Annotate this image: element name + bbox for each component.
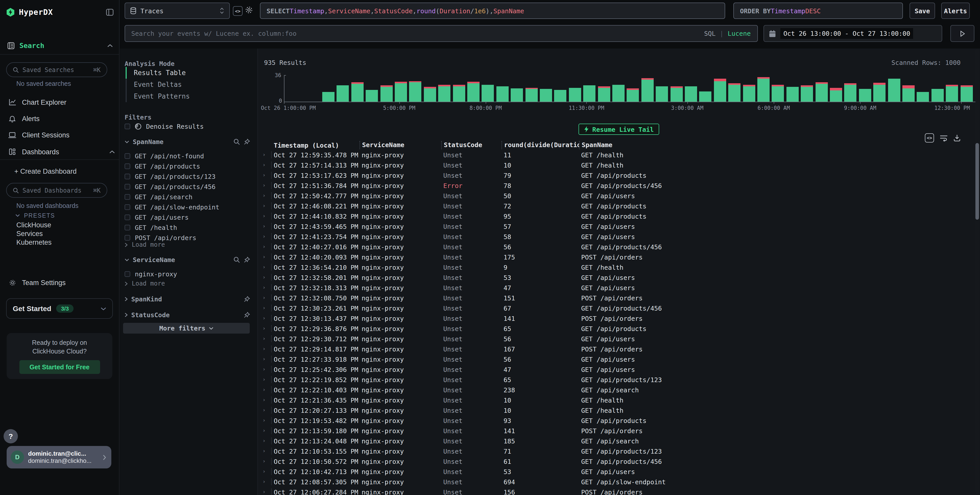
histogram-bar[interactable] <box>496 86 509 102</box>
sidebar-item-team-settings[interactable]: Team Settings <box>8 276 115 289</box>
histogram-bar[interactable] <box>366 90 378 102</box>
table-row[interactable]: ›Oct 27 12:44:10.832 PMnginx-proxyUnset9… <box>261 211 975 221</box>
filter-checkbox-item[interactable]: GET /api/products/456 <box>125 181 253 191</box>
histogram-bar[interactable] <box>902 85 915 102</box>
histogram-bar[interactable] <box>699 91 712 102</box>
analysis-mode-option[interactable]: Event Patterns <box>126 91 253 102</box>
column-header[interactable]: SpanName <box>579 141 975 149</box>
table-row[interactable]: ›Oct 27 12:21:36.435 PMnginx-proxyUnset1… <box>261 395 975 405</box>
row-expand-icon[interactable]: › <box>261 172 272 179</box>
row-expand-icon[interactable]: › <box>261 458 272 465</box>
histogram-bar[interactable] <box>438 85 450 102</box>
table-row[interactable]: ›Oct 27 12:29:36.876 PMnginx-proxyUnset6… <box>261 323 975 334</box>
row-expand-icon[interactable]: › <box>261 233 272 240</box>
histogram-bar[interactable] <box>656 86 668 102</box>
histogram-bar[interactable] <box>960 85 973 102</box>
table-row[interactable]: ›Oct 27 12:51:36.784 PMnginx-proxyError7… <box>261 180 975 191</box>
row-expand-icon[interactable]: › <box>261 376 272 383</box>
histogram-bar[interactable] <box>380 85 393 102</box>
histogram-bar[interactable] <box>772 85 784 102</box>
table-row[interactable]: ›Oct 27 12:10:42.713 PMnginx-proxyUnset5… <box>261 466 975 477</box>
histogram-bar[interactable] <box>670 86 682 102</box>
sidebar-item-alerts[interactable]: Alerts <box>8 112 115 125</box>
row-expand-icon[interactable]: › <box>261 264 272 271</box>
table-row[interactable]: ›Oct 27 12:32:18.313 PMnginx-proxyUnset4… <box>261 282 975 293</box>
histogram-bar[interactable] <box>946 85 958 102</box>
filter-search-icon[interactable] <box>233 256 240 263</box>
search-input[interactable] <box>125 30 704 37</box>
histogram-bar[interactable] <box>612 85 625 102</box>
filter-checkbox[interactable] <box>125 224 130 230</box>
histogram-bar[interactable] <box>511 88 523 102</box>
filter-checkbox[interactable] <box>125 194 130 199</box>
row-expand-icon[interactable]: › <box>261 417 272 424</box>
histogram-bar[interactable] <box>395 82 407 102</box>
alerts-button[interactable]: Alerts <box>941 3 970 19</box>
saved-searches-input[interactable]: Saved Searches ⌘K <box>6 62 107 77</box>
sidebar-collapse-icon[interactable] <box>106 8 114 16</box>
saved-dashboards-input[interactable]: Saved Dashboards ⌘K <box>6 183 107 198</box>
filter-checkbox[interactable] <box>125 163 130 169</box>
histogram-bar[interactable] <box>931 89 944 102</box>
row-expand-icon[interactable]: › <box>261 407 272 414</box>
table-row[interactable]: ›Oct 27 12:36:54.210 PMnginx-proxyUnset9… <box>261 262 975 272</box>
chevron-up-icon[interactable] <box>107 44 113 47</box>
source-settings-button[interactable] <box>245 6 253 14</box>
row-expand-icon[interactable]: › <box>261 396 272 404</box>
help-button[interactable]: ? <box>3 429 18 443</box>
table-row[interactable]: ›Oct 27 12:22:19.852 PMnginx-proxyUnset6… <box>261 374 975 385</box>
filter-search-icon[interactable] <box>233 138 240 145</box>
filter-checkbox[interactable] <box>125 214 130 220</box>
table-row[interactable]: ›Oct 27 12:19:53.482 PMnginx-proxyUnset9… <box>261 415 975 425</box>
pin-icon[interactable] <box>243 296 250 302</box>
row-expand-icon[interactable]: › <box>261 315 272 322</box>
column-header[interactable]: round(divide(Duration, <box>501 141 579 149</box>
row-expand-icon[interactable]: › <box>261 468 272 475</box>
row-expand-icon[interactable]: › <box>261 386 272 393</box>
pin-icon[interactable] <box>243 138 250 145</box>
preset-clickhouse[interactable]: ClickHouse <box>16 221 51 229</box>
table-row[interactable]: ›Oct 27 12:53:17.623 PMnginx-proxyUnset7… <box>261 170 975 180</box>
histogram-bar[interactable] <box>888 79 900 102</box>
histogram-bar[interactable] <box>322 92 334 102</box>
row-expand-icon[interactable]: › <box>261 151 272 158</box>
table-row[interactable]: ›Oct 27 12:06:27.284 PMnginx-proxyUnset1… <box>261 487 975 495</box>
row-expand-icon[interactable]: › <box>261 437 272 444</box>
denoise-checkbox[interactable] <box>125 124 130 129</box>
table-row[interactable]: ›Oct 27 12:29:14.817 PMnginx-proxyUnset1… <box>261 344 975 354</box>
histogram-bar[interactable] <box>409 81 422 102</box>
filter-checkbox[interactable] <box>125 184 130 189</box>
scrollbar-thumb[interactable] <box>975 143 979 220</box>
column-header[interactable]: ServiceName <box>360 141 441 149</box>
resume-live-tail-button[interactable]: Resume Live Tail <box>579 124 660 135</box>
denoise-results-option[interactable]: Denoise Results <box>125 123 253 130</box>
sidebar-item-dashboards[interactable]: Dashboards <box>8 146 115 158</box>
sidebar-item-client-sessions[interactable]: Client Sessions <box>8 129 115 141</box>
histogram-bar[interactable] <box>525 88 538 102</box>
table-row[interactable]: ›Oct 27 12:50:42.777 PMnginx-proxyUnset5… <box>261 191 975 201</box>
row-expand-icon[interactable]: › <box>261 304 272 312</box>
filter-checkbox-item[interactable]: GET /api/search <box>125 191 253 202</box>
pin-icon[interactable] <box>243 256 250 263</box>
filter-group-statuscode[interactable]: StatusCode <box>125 311 250 319</box>
get-started-free-button[interactable]: Get Started for Free <box>19 360 100 374</box>
filter-group-spankind[interactable]: SpanKind <box>125 295 250 303</box>
sidebar-item-search[interactable]: Search <box>7 40 113 51</box>
histogram-bar[interactable] <box>352 83 364 102</box>
table-row[interactable]: ›Oct 27 12:25:42.306 PMnginx-proxyUnset4… <box>261 364 975 374</box>
order-by-input[interactable]: ORDER BY Timestamp DESC <box>733 3 903 19</box>
analysis-mode-option[interactable]: Event Deltas <box>126 79 253 91</box>
histogram-bar[interactable] <box>845 83 857 102</box>
filter-checkbox-item[interactable]: GET /api/slow-endpoint <box>125 202 253 212</box>
histogram-bar[interactable] <box>583 85 595 102</box>
create-dashboard-link[interactable]: + Create Dashboard <box>14 167 76 175</box>
source-select[interactable]: Traces <box>125 3 230 19</box>
preset-services[interactable]: Services <box>16 230 43 237</box>
chevron-down-icon[interactable] <box>100 307 106 310</box>
save-button[interactable]: Save <box>910 3 935 19</box>
table-row[interactable]: ›Oct 27 12:27:33.918 PMnginx-proxyUnset5… <box>261 354 975 364</box>
histogram-bar[interactable] <box>815 83 827 102</box>
chevron-up-icon[interactable] <box>109 150 115 153</box>
date-range-picker[interactable]: Oct 26 13:00:00 - Oct 27 13:00:00 <box>764 25 942 42</box>
row-expand-icon[interactable]: › <box>261 284 272 291</box>
